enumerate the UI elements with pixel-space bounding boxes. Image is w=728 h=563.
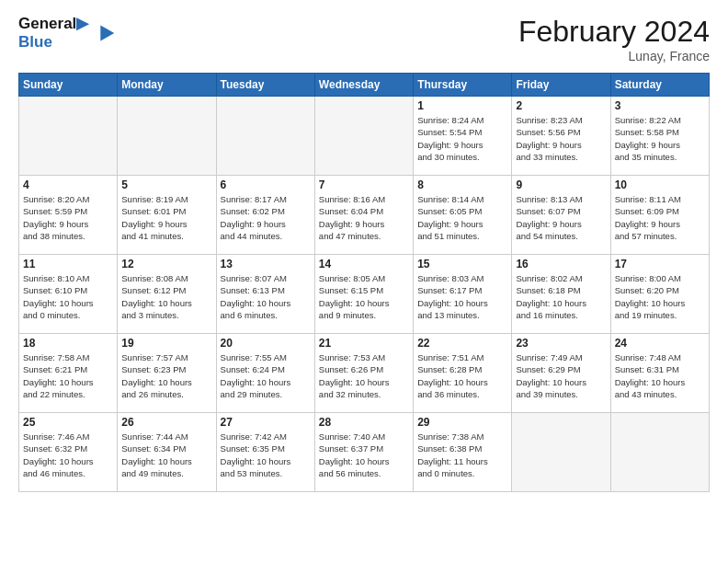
day-info: Sunrise: 7:42 AM Sunset: 6:35 PM Dayligh…: [221, 431, 311, 479]
table-row: 22Sunrise: 7:51 AM Sunset: 6:28 PM Dayli…: [414, 334, 512, 413]
day-number: 3: [615, 99, 705, 112]
calendar-header-row: Sunday Monday Tuesday Wednesday Thursday…: [19, 74, 710, 97]
day-info: Sunrise: 8:23 AM Sunset: 5:56 PM Dayligh…: [516, 114, 606, 163]
table-row: 27Sunrise: 7:42 AM Sunset: 6:35 PM Dayli…: [216, 413, 314, 492]
day-info: Sunrise: 7:40 AM Sunset: 6:37 PM Dayligh…: [319, 431, 409, 479]
day-number: 4: [23, 178, 113, 191]
logo-text2: Blue: [18, 33, 88, 52]
day-number: 14: [319, 258, 409, 270]
day-number: 22: [417, 337, 507, 350]
day-info: Sunrise: 7:55 AM Sunset: 6:24 PM Dayligh…: [221, 351, 311, 400]
day-number: 21: [319, 337, 409, 350]
day-number: 16: [516, 258, 606, 270]
table-row: 21Sunrise: 7:53 AM Sunset: 6:26 PM Dayli…: [314, 334, 413, 413]
table-row: 17Sunrise: 8:00 AM Sunset: 6:20 PM Dayli…: [610, 255, 709, 334]
table-row: 18Sunrise: 7:58 AM Sunset: 6:21 PM Dayli…: [19, 334, 118, 413]
day-number: 1: [417, 99, 507, 112]
table-row: 29Sunrise: 7:38 AM Sunset: 6:38 PM Dayli…: [414, 413, 512, 492]
day-info: Sunrise: 7:44 AM Sunset: 6:34 PM Dayligh…: [121, 431, 211, 479]
table-row: 6Sunrise: 8:17 AM Sunset: 6:02 PM Daylig…: [216, 176, 314, 255]
calendar-week-row: 1Sunrise: 8:24 AM Sunset: 5:54 PM Daylig…: [19, 97, 710, 176]
day-info: Sunrise: 8:11 AM Sunset: 6:09 PM Dayligh…: [615, 193, 705, 242]
day-info: Sunrise: 8:22 AM Sunset: 5:58 PM Dayligh…: [615, 114, 705, 163]
day-info: Sunrise: 8:07 AM Sunset: 6:13 PM Dayligh…: [221, 272, 311, 321]
col-sunday: Sunday: [19, 74, 118, 97]
table-row: [610, 413, 709, 492]
table-row: 7Sunrise: 8:16 AM Sunset: 6:04 PM Daylig…: [314, 176, 413, 255]
table-row: [19, 97, 118, 176]
day-info: Sunrise: 8:08 AM Sunset: 6:12 PM Dayligh…: [121, 272, 211, 321]
col-saturday: Saturday: [610, 74, 709, 97]
day-number: 10: [615, 178, 705, 191]
table-row: 15Sunrise: 8:03 AM Sunset: 6:17 PM Dayli…: [414, 255, 512, 334]
table-row: 16Sunrise: 8:02 AM Sunset: 6:18 PM Dayli…: [512, 255, 610, 334]
day-number: 23: [516, 337, 606, 350]
table-row: 19Sunrise: 7:57 AM Sunset: 6:23 PM Dayli…: [118, 334, 216, 413]
day-info: Sunrise: 8:24 AM Sunset: 5:54 PM Dayligh…: [417, 114, 507, 163]
col-thursday: Thursday: [414, 74, 512, 97]
day-number: 26: [121, 416, 211, 429]
table-row: 28Sunrise: 7:40 AM Sunset: 6:37 PM Dayli…: [314, 413, 413, 492]
day-number: 5: [121, 178, 211, 191]
day-info: Sunrise: 8:14 AM Sunset: 6:05 PM Dayligh…: [417, 193, 507, 242]
table-row: 1Sunrise: 8:24 AM Sunset: 5:54 PM Daylig…: [414, 97, 512, 176]
table-row: 13Sunrise: 8:07 AM Sunset: 6:13 PM Dayli…: [216, 255, 314, 334]
day-info: Sunrise: 7:48 AM Sunset: 6:31 PM Dayligh…: [615, 351, 705, 400]
table-row: 25Sunrise: 7:46 AM Sunset: 6:32 PM Dayli…: [19, 413, 118, 492]
table-row: [512, 413, 610, 492]
table-row: 12Sunrise: 8:08 AM Sunset: 6:12 PM Dayli…: [118, 255, 216, 334]
day-info: Sunrise: 8:05 AM Sunset: 6:15 PM Dayligh…: [319, 272, 409, 321]
day-number: 19: [121, 337, 211, 350]
table-row: 11Sunrise: 8:10 AM Sunset: 6:10 PM Dayli…: [19, 255, 118, 334]
calendar-table: Sunday Monday Tuesday Wednesday Thursday…: [18, 73, 710, 492]
table-row: 26Sunrise: 7:44 AM Sunset: 6:34 PM Dayli…: [118, 413, 216, 492]
day-info: Sunrise: 8:00 AM Sunset: 6:20 PM Dayligh…: [615, 272, 705, 321]
page: General▶ Blue February 2024 Lunay, Franc…: [0, 0, 728, 563]
day-info: Sunrise: 8:02 AM Sunset: 6:18 PM Dayligh…: [516, 272, 606, 321]
day-number: 17: [615, 258, 705, 270]
table-row: [314, 97, 413, 176]
day-number: 15: [417, 258, 507, 270]
day-info: Sunrise: 8:19 AM Sunset: 6:01 PM Dayligh…: [121, 193, 211, 242]
day-number: 12: [121, 258, 211, 270]
day-info: Sunrise: 7:58 AM Sunset: 6:21 PM Dayligh…: [23, 351, 113, 400]
calendar-week-row: 11Sunrise: 8:10 AM Sunset: 6:10 PM Dayli…: [19, 255, 710, 334]
day-number: 11: [23, 258, 113, 270]
day-number: 2: [516, 99, 606, 112]
col-tuesday: Tuesday: [216, 74, 314, 97]
calendar-week-row: 18Sunrise: 7:58 AM Sunset: 6:21 PM Dayli…: [19, 334, 710, 413]
svg-marker-0: [101, 25, 115, 40]
day-number: 29: [417, 416, 507, 429]
day-number: 7: [319, 178, 409, 191]
table-row: 9Sunrise: 8:13 AM Sunset: 6:07 PM Daylig…: [512, 176, 610, 255]
calendar-week-row: 25Sunrise: 7:46 AM Sunset: 6:32 PM Dayli…: [19, 413, 710, 492]
table-row: 20Sunrise: 7:55 AM Sunset: 6:24 PM Dayli…: [216, 334, 314, 413]
day-info: Sunrise: 7:46 AM Sunset: 6:32 PM Dayligh…: [23, 431, 113, 479]
day-number: 24: [615, 337, 705, 350]
col-wednesday: Wednesday: [314, 74, 413, 97]
table-row: 24Sunrise: 7:48 AM Sunset: 6:31 PM Dayli…: [610, 334, 709, 413]
location: Lunay, France: [518, 49, 710, 63]
table-row: 10Sunrise: 8:11 AM Sunset: 6:09 PM Dayli…: [610, 176, 709, 255]
title-block: February 2024 Lunay, France: [518, 15, 710, 63]
day-info: Sunrise: 7:49 AM Sunset: 6:29 PM Dayligh…: [516, 351, 606, 400]
table-row: 5Sunrise: 8:19 AM Sunset: 6:01 PM Daylig…: [118, 176, 216, 255]
day-number: 28: [319, 416, 409, 429]
table-row: 23Sunrise: 7:49 AM Sunset: 6:29 PM Dayli…: [512, 334, 610, 413]
table-row: 2Sunrise: 8:23 AM Sunset: 5:56 PM Daylig…: [512, 97, 610, 176]
month-title: February 2024: [518, 15, 710, 49]
day-info: Sunrise: 8:20 AM Sunset: 5:59 PM Dayligh…: [23, 193, 113, 242]
day-number: 9: [516, 178, 606, 191]
table-row: 3Sunrise: 8:22 AM Sunset: 5:58 PM Daylig…: [610, 97, 709, 176]
day-info: Sunrise: 7:51 AM Sunset: 6:28 PM Dayligh…: [417, 351, 507, 400]
day-number: 25: [23, 416, 113, 429]
day-number: 6: [221, 178, 311, 191]
day-info: Sunrise: 8:03 AM Sunset: 6:17 PM Dayligh…: [417, 272, 507, 321]
day-number: 20: [221, 337, 311, 350]
day-number: 13: [221, 258, 311, 270]
day-info: Sunrise: 8:17 AM Sunset: 6:02 PM Dayligh…: [221, 193, 311, 242]
logo: General▶ Blue: [18, 15, 118, 51]
col-monday: Monday: [118, 74, 216, 97]
day-info: Sunrise: 7:53 AM Sunset: 6:26 PM Dayligh…: [319, 351, 409, 400]
calendar-week-row: 4Sunrise: 8:20 AM Sunset: 5:59 PM Daylig…: [19, 176, 710, 255]
